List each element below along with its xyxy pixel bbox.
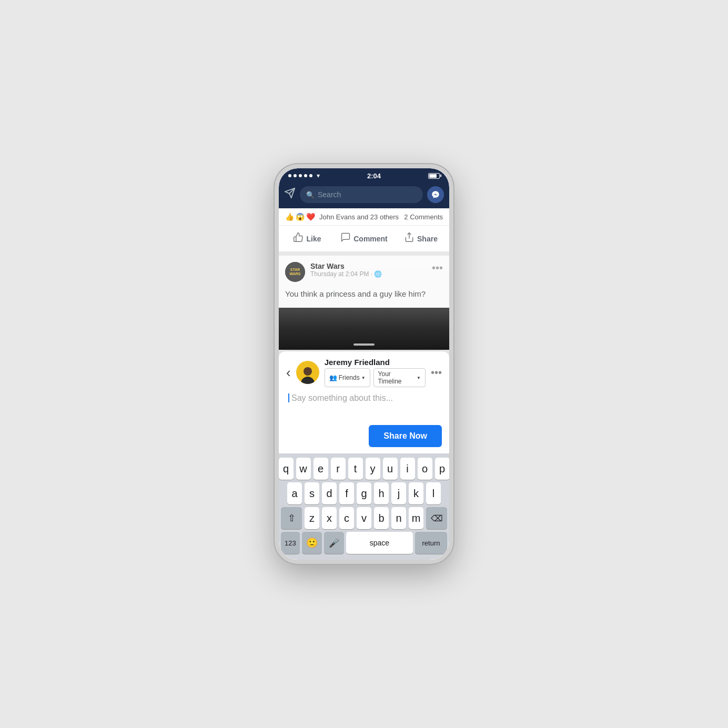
key-c[interactable]: c	[339, 507, 354, 529]
share-button[interactable]: Share	[392, 228, 449, 249]
phone-frame: ▾ 2:04 🔍 Sea	[275, 164, 453, 564]
like-icon	[293, 232, 304, 245]
screen: ▾ 2:04 🔍 Sea	[279, 168, 449, 560]
search-placeholder: Search	[318, 190, 341, 199]
status-left: ▾	[288, 172, 320, 179]
friends-dropdown-arrow: ▼	[361, 376, 366, 380]
key-d[interactable]: d	[322, 482, 337, 504]
post-header: STARWARS Star Wars Thursday at 2:04 PM ·…	[285, 262, 443, 282]
key-m[interactable]: m	[409, 507, 423, 529]
key-n[interactable]: n	[391, 507, 406, 529]
search-icon: 🔍	[306, 191, 315, 199]
key-f[interactable]: f	[339, 482, 354, 504]
signal-dot-3	[299, 174, 302, 177]
mic-key[interactable]: 🎤	[324, 532, 344, 554]
share-username: Jeremy Friedland	[325, 358, 426, 367]
key-l[interactable]: l	[426, 482, 441, 504]
share-overlay: ‹ Jeremy Friedland 👥	[279, 351, 449, 560]
numbers-key[interactable]: 123	[281, 532, 300, 554]
key-v[interactable]: v	[357, 507, 371, 529]
reaction-names[interactable]: John Evans and 23 others	[319, 213, 399, 221]
avatar-head	[304, 367, 312, 376]
comment-label: Comment	[353, 235, 388, 243]
emoji-key[interactable]: 🙂	[302, 532, 322, 554]
wifi-icon: ▾	[317, 172, 320, 179]
share-more-button[interactable]: •••	[431, 367, 442, 379]
timeline-dropdown-arrow: ▼	[417, 376, 421, 380]
key-b[interactable]: b	[374, 507, 389, 529]
friends-icon: 👥	[329, 374, 337, 381]
comments-count[interactable]: 2 Comments	[404, 213, 443, 221]
post-more-button[interactable]: •••	[432, 262, 443, 274]
key-k[interactable]: k	[409, 482, 423, 504]
friends-button[interactable]: 👥 Friends ▼	[325, 368, 370, 387]
signal-dot-5	[309, 174, 312, 177]
like-emoji: 👍	[285, 213, 294, 221]
key-q[interactable]: q	[279, 458, 294, 480]
action-buttons: Like Comment	[279, 226, 449, 256]
share-input-area[interactable]: Say something about this...	[279, 391, 449, 423]
key-g[interactable]: g	[357, 482, 371, 504]
shift-key[interactable]: ⇧	[281, 507, 302, 529]
key-s[interactable]: s	[305, 482, 319, 504]
share-label: Share	[417, 235, 438, 243]
starwars-logo: STARWARS	[285, 262, 305, 282]
share-user-info: Jeremy Friedland 👥 Friends ▼ Your Timeli…	[325, 358, 426, 387]
facebook-header: 🔍 Search	[279, 183, 449, 208]
signal-dot-4	[304, 174, 307, 177]
friends-label: Friends	[339, 374, 360, 381]
key-r[interactable]: r	[331, 458, 346, 480]
space-key[interactable]: space	[346, 532, 413, 554]
keyboard-row-4: 123 🙂 🎤 space return	[281, 532, 447, 554]
phone-wrapper: ▾ 2:04 🔍 Sea	[261, 159, 467, 569]
timeline-label: Your Timeline	[378, 370, 415, 385]
key-u[interactable]: u	[383, 458, 398, 480]
reactions-bar: 👍 😱 ❤️ John Evans and 23 others 2 Commen…	[279, 208, 449, 226]
post-meta: Thursday at 2:04 PM · 🌐	[310, 270, 427, 278]
signal-dot-2	[294, 174, 297, 177]
key-h[interactable]: h	[374, 482, 389, 504]
share-now-button[interactable]: Share Now	[369, 425, 442, 447]
avatar-figure	[296, 361, 319, 384]
like-label: Like	[306, 235, 321, 243]
key-o[interactable]: o	[418, 458, 432, 480]
key-y[interactable]: y	[366, 458, 380, 480]
key-x[interactable]: x	[322, 507, 337, 529]
comment-button[interactable]: Comment	[336, 228, 392, 249]
share-icon	[404, 232, 414, 245]
keyboard: q w e r t y u i o p a	[279, 453, 449, 560]
messenger-button[interactable]	[427, 186, 444, 203]
key-e[interactable]: e	[314, 458, 328, 480]
delete-key[interactable]: ⌫	[426, 507, 447, 529]
key-w[interactable]: w	[296, 458, 311, 480]
share-placeholder: Say something about this...	[288, 393, 393, 402]
key-j[interactable]: j	[391, 482, 406, 504]
key-i[interactable]: i	[400, 458, 415, 480]
key-t[interactable]: t	[348, 458, 363, 480]
signal-dot-1	[288, 174, 291, 177]
keyboard-row-1: q w e r t y u i o p	[281, 458, 447, 480]
feed-content: 👍 😱 ❤️ John Evans and 23 others 2 Commen…	[279, 208, 449, 560]
share-now-row: Share Now	[279, 423, 449, 453]
heart-emoji: ❤️	[306, 213, 315, 221]
like-button[interactable]: Like	[279, 228, 336, 249]
key-z[interactable]: z	[305, 507, 319, 529]
post-avatar: STARWARS	[285, 262, 305, 282]
keyboard-row-3: ⇧ z x c v b n m ⌫	[281, 507, 447, 529]
keyboard-row-2: a s d f g h j k l	[281, 482, 447, 504]
comment-icon	[340, 232, 351, 245]
status-time: 2:04	[367, 172, 381, 180]
battery-icon	[428, 173, 440, 179]
search-bar[interactable]: 🔍 Search	[300, 186, 423, 203]
timeline-button[interactable]: Your Timeline ▼	[373, 368, 426, 387]
battery-fill	[429, 174, 437, 178]
share-header: ‹ Jeremy Friedland 👥	[279, 351, 449, 391]
key-p[interactable]: p	[435, 458, 450, 480]
key-a[interactable]: a	[287, 482, 302, 504]
return-key[interactable]: return	[415, 532, 447, 554]
reaction-emojis: 👍 😱 ❤️	[285, 213, 315, 221]
back-button[interactable]: ‹	[286, 365, 291, 381]
facebook-direct-icon[interactable]	[284, 187, 296, 202]
post-image	[279, 308, 449, 350]
post-area: STARWARS Star Wars Thursday at 2:04 PM ·…	[279, 256, 449, 308]
